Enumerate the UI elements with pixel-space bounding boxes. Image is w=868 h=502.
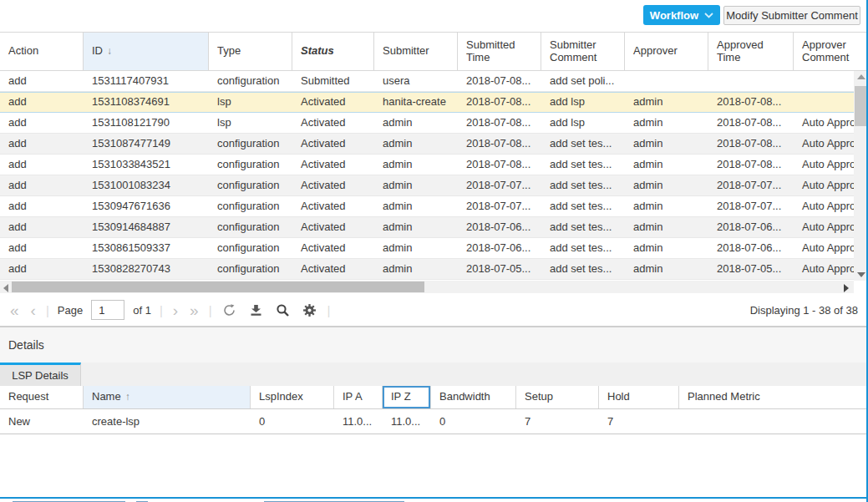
column-header-planned_metric[interactable]: Planned Metric xyxy=(679,386,868,408)
cell-approved_time: 2018-07-06... xyxy=(708,217,794,237)
cell-submitter: admin xyxy=(374,238,458,258)
column-header-request[interactable]: Request xyxy=(0,386,84,408)
modify-submitter-comment-button[interactable]: Modify Submitter Comment xyxy=(723,6,860,25)
column-header-id[interactable]: ID↓ xyxy=(84,33,209,70)
cell-action: add xyxy=(0,92,84,112)
cell-approver_comment: Auto Appro xyxy=(794,155,854,175)
refresh-button[interactable] xyxy=(221,301,239,319)
cell-id: 1531087477149 xyxy=(84,134,209,154)
column-header-setup[interactable]: Setup xyxy=(516,386,599,408)
horizontal-scrollbar[interactable] xyxy=(0,281,854,293)
first-page-button[interactable]: « xyxy=(8,302,21,318)
column-header-ipz[interactable]: IP Z xyxy=(383,386,431,408)
cell-action: add xyxy=(0,134,84,154)
table-row[interactable]: add1531108121790lspActivatedadmin2018-07… xyxy=(0,113,854,134)
horizontal-scrollbar-thumb[interactable] xyxy=(12,281,424,292)
cell-submitter: usera xyxy=(374,71,458,91)
cell-hold: 7 xyxy=(599,409,679,434)
column-header-ipa[interactable]: IP A xyxy=(334,386,383,408)
column-header-bandwidth[interactable]: Bandwidth xyxy=(431,386,516,408)
cell-submitted_time: 2018-07-08... xyxy=(458,155,541,175)
download-icon xyxy=(249,303,263,317)
cell-action: add xyxy=(0,196,84,216)
cell-approver_comment: Auto Appro xyxy=(794,259,854,279)
table-row[interactable]: add1531117407931configurationSubmittedus… xyxy=(0,71,854,92)
cell-id: 1531117407931 xyxy=(84,71,209,91)
table-row[interactable]: Newcreate-lsp011.0...11.0...077 xyxy=(0,409,868,434)
cell-status: Activated xyxy=(292,196,374,216)
column-header-type[interactable]: Type xyxy=(209,33,292,70)
cell-approved_time: 2018-07-07... xyxy=(708,175,794,195)
column-header-action[interactable]: Action xyxy=(0,33,84,70)
vertical-scrollbar[interactable] xyxy=(854,71,868,281)
column-label: Planned Metric xyxy=(688,391,760,403)
scroll-up-icon[interactable] xyxy=(857,74,865,79)
download-button[interactable] xyxy=(247,301,266,319)
last-page-button[interactable]: » xyxy=(188,302,201,318)
cell-approver_comment: Auto Appro xyxy=(794,196,854,216)
column-header-lspindex[interactable]: LspIndex xyxy=(251,386,334,408)
cell-approved_time: 2018-07-08... xyxy=(708,155,794,175)
cell-submitter: admin xyxy=(374,113,458,133)
cell-submitter_comment: add lsp xyxy=(541,113,625,133)
chevron-down-icon xyxy=(704,13,713,18)
column-header-submitter_comment[interactable]: Submitter Comment xyxy=(541,33,625,70)
settings-button[interactable] xyxy=(301,301,319,319)
cell-status: Activated xyxy=(292,134,374,154)
table-row[interactable]: add1531087477149configurationActivatedad… xyxy=(0,134,854,155)
cell-approver: admin xyxy=(625,113,708,133)
displaying-status: Displaying 1 - 38 of 38 xyxy=(750,304,860,317)
cell-submitter_comment: add set tes... xyxy=(541,134,625,154)
column-label: Status xyxy=(301,45,334,58)
table-row[interactable]: add1530947671636configurationActivatedad… xyxy=(0,196,854,217)
column-label: IP A xyxy=(343,391,363,403)
cell-name: create-lsp xyxy=(84,409,251,434)
column-header-approved_time[interactable]: Approved Time xyxy=(708,33,794,70)
cell-type: configuration xyxy=(209,175,292,195)
workflow-button[interactable]: Workflow xyxy=(643,5,720,25)
column-header-submitted_time[interactable]: Submitted Time xyxy=(458,33,541,70)
cell-bandwidth: 0 xyxy=(431,409,516,434)
column-label: IP Z xyxy=(391,391,411,403)
column-label: Submitter xyxy=(383,45,429,58)
next-page-button[interactable]: › xyxy=(171,302,180,318)
cell-submitter_comment: add set tes... xyxy=(541,238,625,258)
vertical-scrollbar-thumb[interactable] xyxy=(855,86,867,126)
cell-action: add xyxy=(0,155,84,175)
column-header-status[interactable]: Status xyxy=(292,33,374,70)
toolbar-separator: | xyxy=(46,303,49,317)
cell-type: configuration xyxy=(209,71,292,91)
column-header-approver[interactable]: Approver xyxy=(625,33,708,70)
cell-approver_comment xyxy=(794,92,854,112)
column-label: Setup xyxy=(525,391,553,403)
cell-type: lsp xyxy=(209,92,292,112)
tab-lsp-details[interactable]: LSP Details xyxy=(0,363,81,386)
column-header-name[interactable]: Name↑ xyxy=(84,386,251,408)
table-row[interactable]: add1530828270743configurationActivatedad… xyxy=(0,259,854,280)
column-header-hold[interactable]: Hold xyxy=(599,386,679,408)
clipped-bottom-toolbar xyxy=(0,497,868,502)
page-number-input[interactable] xyxy=(91,300,124,320)
workflow-button-label: Workflow xyxy=(650,9,698,22)
cell-id: 1530861509337 xyxy=(84,238,209,258)
scroll-right-icon[interactable] xyxy=(844,284,849,292)
search-button[interactable] xyxy=(274,301,292,319)
cell-action: add xyxy=(0,71,84,91)
table-row[interactable]: add1531033843521configurationActivatedad… xyxy=(0,155,854,175)
column-header-approver_comment[interactable]: Approver Comment xyxy=(794,33,868,70)
modify-button-label: Modify Submitter Comment xyxy=(726,9,858,22)
scroll-left-icon[interactable] xyxy=(3,284,8,292)
cell-approved_time xyxy=(708,71,794,91)
table-row[interactable]: add1530914684887configurationActivatedad… xyxy=(0,217,854,238)
prev-page-button[interactable]: ‹ xyxy=(29,302,38,318)
table-row[interactable]: add1531001083234configurationActivatedad… xyxy=(0,175,854,196)
paging-toolbar: « ‹ | Page of 1 | › » | xyxy=(0,294,868,327)
table-row[interactable]: add1531108374691lspActivatedhanita-creat… xyxy=(0,92,854,113)
cell-approver_comment: Auto Appro xyxy=(794,113,854,133)
details-title: Details xyxy=(8,338,44,352)
column-header-submitter[interactable]: Submitter xyxy=(374,33,458,70)
scroll-down-icon[interactable] xyxy=(857,272,865,277)
column-label: ID xyxy=(92,45,103,58)
cell-planned_metric xyxy=(679,409,868,434)
table-row[interactable]: add1530861509337configurationActivatedad… xyxy=(0,238,854,259)
